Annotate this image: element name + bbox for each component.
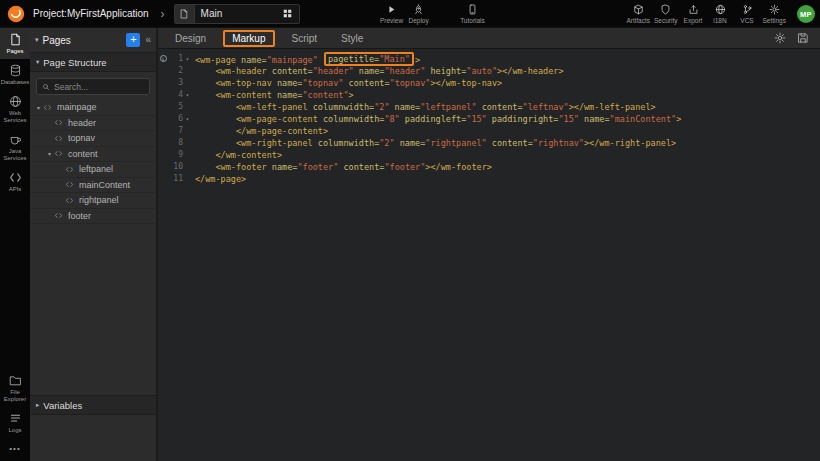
line-number[interactable]: 6 <box>168 113 183 125</box>
caret-down-icon[interactable]: ▾ <box>34 104 43 111</box>
line-number[interactable]: 4 <box>168 89 183 101</box>
rail-item-pages[interactable]: Pages <box>0 28 30 59</box>
tree-item-label: content <box>68 149 98 159</box>
annotation-highlight-box: pagetitle="Main" <box>324 52 414 66</box>
code-text[interactable]: </wm-page> <box>192 173 246 185</box>
code-text[interactable]: <wm-footer name="footer" content="footer… <box>192 161 492 173</box>
topbar-action-export[interactable]: Export <box>680 0 707 28</box>
caret-down-icon[interactable]: ▾ <box>45 150 54 157</box>
topbar-action-deploy[interactable]: Deploy <box>405 0 432 28</box>
caret-right-icon: ▸ <box>36 401 39 409</box>
line-gutter: 10 <box>158 161 192 173</box>
topbar-action-tutorials[interactable]: Tutorials <box>458 0 487 28</box>
save-icon[interactable] <box>797 32 809 44</box>
code-line: 5 <wm-left-panel columnwidth="2" name="l… <box>158 101 820 113</box>
topbar-action-settings[interactable]: Settings <box>761 0 789 28</box>
collapse-panel-icon[interactable]: « <box>145 35 151 45</box>
user-avatar[interactable]: MP <box>797 5 815 23</box>
tab-design[interactable]: Design <box>175 33 206 44</box>
chevron-right-icon: › <box>161 9 165 19</box>
pages-panel: ▾ Pages + « ▾ Page Structure ▾mainpagehe… <box>30 28 157 461</box>
topbar-action-label: Artifacts <box>627 17 650 24</box>
code-text[interactable]: <wm-left-panel columnwidth="2" name="lef… <box>192 101 656 113</box>
tree-item-maincontent[interactable]: mainContent <box>30 178 156 194</box>
rail-item-label: Databases <box>1 79 30 86</box>
line-number[interactable]: 7 <box>168 125 183 137</box>
tab-markup[interactable]: Markup <box>223 30 274 47</box>
tab-script[interactable]: Script <box>292 33 318 44</box>
wavemaker-logo-icon[interactable] <box>7 5 25 23</box>
tab-style[interactable]: Style <box>341 33 363 44</box>
widget-code-icon <box>54 211 66 220</box>
fold-toggle-icon[interactable]: ▾ <box>183 89 192 101</box>
rail-item-label: Pages <box>6 48 23 55</box>
code-editor[interactable]: i1▾<wm-page name="mainpage" pagetitle="M… <box>158 49 820 461</box>
code-text[interactable]: <wm-content name="content"> <box>192 89 354 101</box>
topbar-center-actions: PreviewDeployTutorials <box>378 0 487 28</box>
variables-header[interactable]: ▸ Variables <box>30 395 156 415</box>
fold-toggle-icon[interactable]: ▾ <box>183 53 192 65</box>
grid-icon[interactable] <box>277 8 299 19</box>
line-number[interactable]: 1 <box>168 53 183 65</box>
topbar-action-preview[interactable]: Preview <box>378 0 405 28</box>
tree-item-label: header <box>68 118 96 128</box>
tree-item-mainpage[interactable]: ▾mainpage <box>30 100 156 116</box>
tree-item-rightpanel[interactable]: rightpanel <box>30 193 156 209</box>
code-text[interactable]: </wm-content> <box>192 149 282 161</box>
tree-item-content[interactable]: ▾content <box>30 147 156 163</box>
topbar-action-label: Export <box>684 17 703 24</box>
line-number[interactable]: 2 <box>168 65 183 77</box>
rail-item-label: Java Services <box>1 148 29 162</box>
add-page-button[interactable]: + <box>126 33 140 47</box>
markup-settings-gear-icon[interactable] <box>774 32 786 44</box>
globe-icon <box>9 95 22 108</box>
page-selector[interactable]: Main <box>174 4 300 24</box>
tree-item-label: mainpage <box>57 102 97 112</box>
logs-icon <box>9 412 22 425</box>
rail-item-label: File Explorer <box>1 389 29 403</box>
line-number[interactable]: 8 <box>168 137 183 149</box>
code-text[interactable]: <wm-page-content columnwidth="8" padding… <box>192 113 681 125</box>
line-gutter: i1▾ <box>158 53 192 65</box>
topbar-action-label: Preview <box>380 17 403 24</box>
search-icon <box>42 83 50 91</box>
tree-item-footer[interactable]: footer <box>30 209 156 225</box>
page-structure-header[interactable]: ▾ Page Structure <box>30 52 156 72</box>
rail-item-logs[interactable]: Logs <box>0 407 30 438</box>
line-number[interactable]: 9 <box>168 149 183 161</box>
search-box[interactable] <box>36 78 150 95</box>
rail-item-file-explorer[interactable]: File Explorer <box>0 369 30 407</box>
search-input[interactable] <box>54 82 140 92</box>
topbar-action-i18n[interactable]: i18N <box>707 0 734 28</box>
topbar-action-artifacts[interactable]: Artifacts <box>625 0 652 28</box>
code-text[interactable]: <wm-top-nav name="topnav" content="topna… <box>192 77 502 89</box>
code-text[interactable]: </wm-page-content> <box>192 125 328 137</box>
code-text[interactable]: <wm-page name="mainpage" pagetitle="Main… <box>192 53 420 65</box>
rail-item-apis[interactable]: APIs <box>0 166 30 197</box>
topbar-action-label: i18N <box>713 17 726 24</box>
coffee-icon <box>9 133 22 146</box>
caret-down-icon[interactable]: ▾ <box>35 36 39 44</box>
code-text[interactable]: <wm-right-panel columnwidth="2" name="ri… <box>192 137 676 149</box>
rail-item-java-services[interactable]: Java Services <box>0 128 30 166</box>
topbar-action-security[interactable]: Security <box>652 0 679 28</box>
tree-item-leftpanel[interactable]: leftpanel <box>30 162 156 178</box>
tree-item-header[interactable]: header <box>30 116 156 132</box>
line-number[interactable]: 5 <box>168 101 183 113</box>
cube-icon <box>633 4 644 16</box>
branch-icon <box>742 4 753 16</box>
code-line: 7 </wm-page-content> <box>158 125 820 137</box>
rail-item-databases[interactable]: Databases <box>0 59 30 90</box>
topbar-action-vcs[interactable]: VCS <box>734 0 761 28</box>
rail-item-web-services[interactable]: Web Services <box>0 90 30 128</box>
overflow-menu-icon[interactable]: ••• <box>0 438 30 461</box>
topbar-action-label: Security <box>654 17 677 24</box>
code-text[interactable]: <wm-header content="header" name="header… <box>192 65 564 77</box>
fold-toggle-icon[interactable]: ▾ <box>183 113 192 125</box>
tree-item-topnav[interactable]: topnav <box>30 131 156 147</box>
line-number[interactable]: 3 <box>168 77 183 89</box>
page-icon <box>175 5 195 23</box>
line-number[interactable]: 10 <box>168 161 183 173</box>
rail-item-label: Logs <box>8 427 21 434</box>
line-number[interactable]: 11 <box>168 173 183 185</box>
